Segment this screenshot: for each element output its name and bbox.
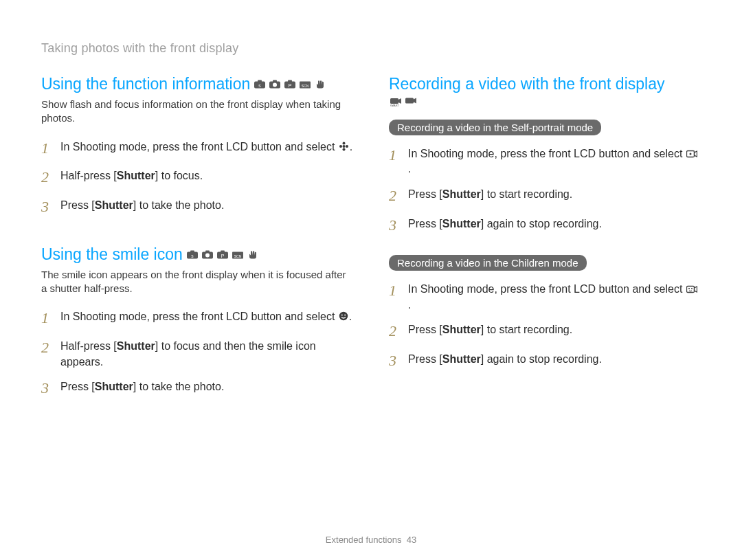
- text-part: In Shooting mode, press the front LCD bu…: [408, 148, 686, 159]
- step-number: 1: [389, 280, 401, 313]
- breadcrumb: Taking photos with the front display: [41, 41, 701, 56]
- step-1: 1 In Shooting mode, press the front LCD …: [41, 308, 353, 329]
- step-3: 3 Press [Shutter] to take the photo.: [41, 378, 353, 399]
- mode-icons: [186, 250, 258, 259]
- text-part: Half-press [: [60, 170, 117, 181]
- shutter-label: Shutter: [442, 188, 481, 200]
- step-text: Press [Shutter] again to stop recording.: [408, 350, 602, 372]
- section-title: Using the function information: [41, 75, 353, 93]
- smile-icon: [339, 311, 348, 321]
- shutter-label: Shutter: [442, 324, 481, 335]
- step-2: 2 Press [Shutter] to start recording.: [389, 186, 701, 207]
- step-1: 1 In Shooting mode, press the front LCD …: [41, 138, 353, 159]
- shutter-label: Shutter: [117, 340, 155, 352]
- hand-icon: [247, 250, 258, 259]
- text-part: ] to focus.: [155, 170, 203, 181]
- step-text: In Shooting mode, press the front LCD bu…: [408, 145, 701, 177]
- title-text: Recording a video with the front display: [389, 75, 664, 93]
- step-number: 3: [389, 215, 401, 236]
- text-part: ] to take the photo.: [133, 199, 225, 211]
- text-part: Half-press [: [60, 340, 117, 352]
- camera-icon: [269, 80, 280, 89]
- footer-section: Extended functions: [326, 535, 402, 545]
- text-part: .: [408, 299, 411, 311]
- step-1: 1 In Shooting mode, press the front LCD …: [389, 145, 701, 177]
- step-number: 2: [389, 321, 401, 342]
- text-part: ] again to stop recording.: [481, 353, 602, 365]
- text-part: Press [: [60, 381, 95, 392]
- text-part: .: [408, 163, 411, 175]
- step-2: 2 Press [Shutter] to start recording.: [389, 321, 701, 342]
- subsection-children-mode: Recording a video in the Children mode 1…: [389, 255, 701, 371]
- video-smart-icon: [390, 96, 401, 107]
- step-text: In Shooting mode, press the front LCD bu…: [60, 138, 352, 159]
- shutter-label: Shutter: [117, 170, 155, 181]
- smart-icon: [187, 250, 198, 259]
- section-subtext: The smile icon appears on the front disp…: [41, 268, 353, 296]
- step-2: 2 Half-press [Shutter] to focus and then…: [41, 337, 353, 370]
- text-part: ] to start recording.: [481, 324, 572, 335]
- left-column: Using the function information Show flas…: [41, 75, 353, 427]
- footer-page-number: 43: [407, 535, 416, 545]
- scene-icon: [232, 250, 243, 259]
- step-3: 3 Press [Shutter] again to stop recordin…: [389, 215, 701, 236]
- mode-icons: [253, 80, 326, 89]
- step-number: 3: [41, 378, 54, 399]
- pill-heading: Recording a video in the Self-portrait m…: [389, 120, 601, 135]
- step-text: Press [Shutter] to take the photo.: [60, 197, 224, 218]
- text-part: In Shooting mode, press the front LCD bu…: [408, 283, 686, 295]
- smart-icon: [254, 80, 265, 89]
- title-text: Using the smile icon: [41, 245, 183, 264]
- step-text: In Shooting mode, press the front LCD bu…: [60, 308, 352, 329]
- shutter-label: Shutter: [95, 199, 133, 211]
- step-text: Press [Shutter] to start recording.: [408, 321, 572, 342]
- text-part: Press [: [408, 324, 442, 335]
- camcorder-icon: [686, 150, 697, 158]
- step-2: 2 Half-press [Shutter] to focus.: [41, 167, 353, 188]
- text-part: ] again to stop recording.: [481, 218, 602, 229]
- page-footer: Extended functions 43: [0, 535, 742, 545]
- section-function-information: Using the function information Show flas…: [41, 75, 353, 218]
- step-text: Half-press [Shutter] to focus and then t…: [60, 337, 353, 370]
- step-number: 3: [389, 350, 401, 372]
- camera-icon: [202, 250, 213, 259]
- camcorder-child-icon: [686, 285, 697, 293]
- step-text: Half-press [Shutter] to focus.: [60, 167, 203, 188]
- step-text: Press [Shutter] again to stop recording.: [408, 215, 602, 236]
- text-part: Press [: [408, 353, 442, 365]
- section-title: Using the smile icon: [41, 245, 353, 264]
- step-number: 1: [389, 145, 401, 177]
- section-subtext: Show flash and focus information on the …: [41, 98, 353, 126]
- step-text: In Shooting mode, press the front LCD bu…: [408, 280, 701, 313]
- step-number: 1: [41, 138, 54, 159]
- step-text: Press [Shutter] to start recording.: [408, 186, 572, 207]
- section-smile-icon: Using the smile icon The smile icon appe…: [41, 245, 353, 399]
- pill-heading: Recording a video in the Children mode: [389, 255, 587, 271]
- scene-icon: [300, 80, 311, 89]
- section-title: Recording a video with the front display: [389, 75, 701, 93]
- text-part: In Shooting mode, press the front LCD bu…: [60, 141, 338, 153]
- text-part: .: [349, 311, 352, 322]
- step-1: 1 In Shooting mode, press the front LCD …: [389, 280, 701, 313]
- step-number: 3: [41, 197, 54, 218]
- subsection-self-portrait: Recording a video in the Self-portrait m…: [389, 120, 701, 236]
- text-part: .: [350, 141, 352, 153]
- text-part: In Shooting mode, press the front LCD bu…: [60, 311, 338, 322]
- camera-p-icon: [217, 250, 228, 259]
- title-text: Using the function information: [41, 75, 250, 93]
- step-number: 1: [41, 308, 54, 329]
- step-3: 3 Press [Shutter] to take the photo.: [41, 197, 353, 218]
- shutter-label: Shutter: [442, 218, 481, 229]
- step-number: 2: [41, 167, 54, 188]
- step-number: 2: [41, 337, 54, 370]
- step-3: 3 Press [Shutter] again to stop recordin…: [389, 350, 701, 372]
- text-part: Press [: [408, 218, 442, 229]
- flower-flash-icon: [339, 142, 349, 151]
- right-column: Recording a video with the front display…: [389, 75, 701, 427]
- shutter-label: Shutter: [442, 353, 481, 365]
- text-part: Press [: [60, 199, 95, 211]
- text-part: ] to take the photo.: [133, 381, 225, 392]
- hand-icon: [315, 80, 326, 89]
- text-part: ] to start recording.: [481, 188, 572, 200]
- step-number: 2: [389, 186, 401, 207]
